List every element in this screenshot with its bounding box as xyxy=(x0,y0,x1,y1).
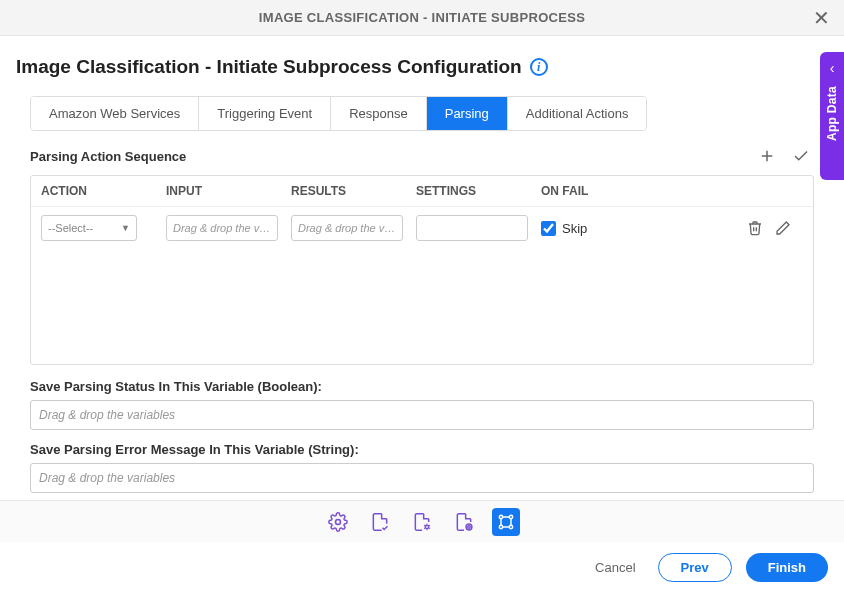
tab-amazon-web-services[interactable]: Amazon Web Services xyxy=(31,97,199,130)
table-row: --Select-- ▼ Drag & drop the v… Drag & d… xyxy=(31,207,813,249)
results-dropzone[interactable]: Drag & drop the v… xyxy=(291,215,403,241)
svg-point-6 xyxy=(499,515,502,518)
cell-input: Drag & drop the v… xyxy=(156,215,281,241)
tab-parsing[interactable]: Parsing xyxy=(427,97,508,130)
table-header: ACTION INPUT RESULTS SETTINGS ON FAIL xyxy=(31,176,813,207)
page-title: Image Classification - Initiate Subproce… xyxy=(16,56,522,78)
finish-button[interactable]: Finish xyxy=(746,553,828,582)
svg-point-3 xyxy=(425,525,428,528)
chevron-left-icon: ‹ xyxy=(830,60,835,76)
action-select[interactable]: --Select-- ▼ xyxy=(41,215,137,241)
cell-settings xyxy=(406,215,531,241)
svg-point-4 xyxy=(468,525,471,528)
tab-triggering-event[interactable]: Triggering Event xyxy=(199,97,331,130)
gear-icon[interactable] xyxy=(324,508,352,536)
status-input[interactable]: Drag & drop the variables xyxy=(30,400,814,430)
status-field-group: Save Parsing Status In This Variable (Bo… xyxy=(30,379,814,430)
edit-icon[interactable] xyxy=(775,220,791,236)
close-icon[interactable]: ✕ xyxy=(813,8,830,28)
cell-results: Drag & drop the v… xyxy=(281,215,406,241)
section-actions xyxy=(758,147,814,165)
cell-action: --Select-- ▼ xyxy=(31,215,156,241)
bottom-actions: Cancel Prev Finish xyxy=(587,553,828,582)
skip-checkbox[interactable] xyxy=(541,221,556,236)
info-icon[interactable]: i xyxy=(530,58,548,76)
status-label: Save Parsing Status In This Variable (Bo… xyxy=(30,379,814,394)
content-area: Image Classification - Initiate Subproce… xyxy=(0,36,844,493)
error-label: Save Parsing Error Message In This Varia… xyxy=(30,442,814,457)
svg-point-5 xyxy=(466,524,472,530)
page-title-row: Image Classification - Initiate Subproce… xyxy=(16,56,828,78)
footer-toolbar xyxy=(0,500,844,542)
select-value: --Select-- xyxy=(48,222,93,234)
document-gear2-icon[interactable] xyxy=(450,508,478,536)
error-field-group: Save Parsing Error Message In This Varia… xyxy=(30,442,814,493)
col-input: INPUT xyxy=(156,184,281,198)
chevron-down-icon: ▼ xyxy=(121,223,130,233)
col-onfail: ON FAIL xyxy=(531,184,631,198)
document-check-icon[interactable] xyxy=(366,508,394,536)
svg-point-2 xyxy=(336,519,341,524)
col-results: RESULTS xyxy=(281,184,406,198)
modal-header: IMAGE CLASSIFICATION - INITIATE SUBPROCE… xyxy=(0,0,844,36)
svg-point-7 xyxy=(509,515,512,518)
col-action: ACTION xyxy=(31,184,156,198)
col-settings: SETTINGS xyxy=(406,184,531,198)
skip-control[interactable]: Skip xyxy=(541,221,627,236)
check-icon[interactable] xyxy=(792,147,810,165)
parsing-section: Parsing Action Sequence ACTION INPUT RES… xyxy=(30,147,814,365)
prev-button[interactable]: Prev xyxy=(658,553,732,582)
svg-point-8 xyxy=(499,525,502,528)
modal-title: IMAGE CLASSIFICATION - INITIATE SUBPROCE… xyxy=(259,10,585,25)
error-input[interactable]: Drag & drop the variables xyxy=(30,463,814,493)
section-header: Parsing Action Sequence xyxy=(30,147,814,165)
cancel-button[interactable]: Cancel xyxy=(587,554,643,581)
input-dropzone[interactable]: Drag & drop the v… xyxy=(166,215,278,241)
add-icon[interactable] xyxy=(758,147,776,165)
skip-label: Skip xyxy=(562,221,587,236)
flow-icon[interactable] xyxy=(492,508,520,536)
side-panel-tab[interactable]: ‹ App Data xyxy=(820,52,844,180)
cell-onfail: Skip xyxy=(531,221,631,236)
tab-additional-actions[interactable]: Additional Actions xyxy=(508,97,647,130)
col-tools xyxy=(631,184,813,198)
document-gear-icon[interactable] xyxy=(408,508,436,536)
trash-icon[interactable] xyxy=(747,220,763,236)
tab-response[interactable]: Response xyxy=(331,97,427,130)
parsing-table: ACTION INPUT RESULTS SETTINGS ON FAIL --… xyxy=(30,175,814,365)
svg-point-9 xyxy=(509,525,512,528)
section-title: Parsing Action Sequence xyxy=(30,149,186,164)
settings-field[interactable] xyxy=(416,215,528,241)
config-tabs: Amazon Web Services Triggering Event Res… xyxy=(30,96,647,131)
side-panel-label: App Data xyxy=(825,86,839,141)
row-tools xyxy=(631,220,813,236)
